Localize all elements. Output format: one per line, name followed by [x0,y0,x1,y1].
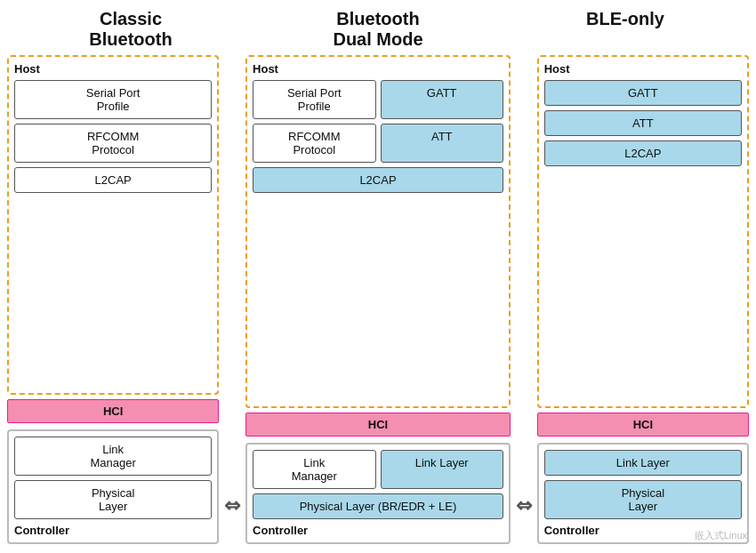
col1-controller-region: LinkManager PhysicalLayer Controller [7,429,219,544]
col1-controller-label: Controller [14,524,212,537]
col2-host-region: Host Serial PortProfile GATT RFCOMMProto… [245,55,511,408]
col1-l2cap: L2CAP [14,167,212,193]
col1-host-region: Host Serial PortProfile RFCOMMProtocol L… [7,55,219,395]
col3-hci: HCI [537,413,749,437]
arrow-left-icon: ⇔ [224,494,240,517]
col1-host-label: Host [14,62,212,76]
col2-host-label: Host [253,62,503,76]
col2: Host Serial PortProfile GATT RFCOMMProto… [245,55,511,544]
col3-physical-layer: PhysicalLayer [544,480,742,519]
col3-l2cap: L2CAP [544,140,742,166]
col2-row1: Serial PortProfile GATT [253,80,503,119]
col1: Host Serial PortProfile RFCOMMProtocol L… [7,55,219,544]
arrow-right: ⇔ [511,55,537,544]
col3-host-label: Host [544,62,742,76]
col2-link-layer: Link Layer [381,450,503,489]
col3: Host GATT ATT L2CAP HCI Link Layer Physi… [537,55,749,544]
col2-physical-layer: Physical Layer (BR/EDR + LE) [253,493,503,519]
col1-link-manager: LinkManager [14,437,212,476]
col1-header: ClassicBluetooth [24,9,237,50]
col2-controller-region: LinkManager Link Layer Physical Layer (B… [245,443,511,544]
col1-serial-port-profile: Serial PortProfile [14,80,212,119]
col2-gatt: GATT [381,80,503,119]
columns-wrapper: Host Serial PortProfile RFCOMMProtocol L… [7,55,749,544]
col2-header: BluetoothDual Mode [271,9,485,50]
col3-att: ATT [544,110,742,136]
col2-row2: RFCOMMProtocol ATT [253,124,503,163]
col1-rfcomm: RFCOMMProtocol [14,124,212,163]
col1-hci: HCI [7,399,219,423]
col2-serial-port-profile: Serial PortProfile [253,80,375,119]
col3-header: BLE-only [519,9,732,50]
arrow-right-icon: ⇔ [516,494,532,517]
col2-link-manager: LinkManager [253,450,375,489]
col2-rfcomm: RFCOMMProtocol [253,124,375,163]
top-headers: ClassicBluetooth BluetoothDual Mode BLE-… [7,9,749,50]
col2-l2cap: L2CAP [253,167,503,193]
col3-gatt: GATT [544,80,742,106]
col2-controller-label: Controller [253,524,503,537]
col1-physical-layer: PhysicalLayer [14,480,212,519]
watermark: 嵌入式Linux [695,529,747,542]
col3-link-layer: Link Layer [544,450,742,476]
col2-hci: HCI [245,413,511,437]
col2-att: ATT [381,124,503,163]
col2-ctrl-row1: LinkManager Link Layer [253,450,503,489]
col3-host-region: Host GATT ATT L2CAP [537,55,749,408]
arrow-left: ⇔ [219,55,245,544]
page-wrapper: ClassicBluetooth BluetoothDual Mode BLE-… [0,0,756,553]
